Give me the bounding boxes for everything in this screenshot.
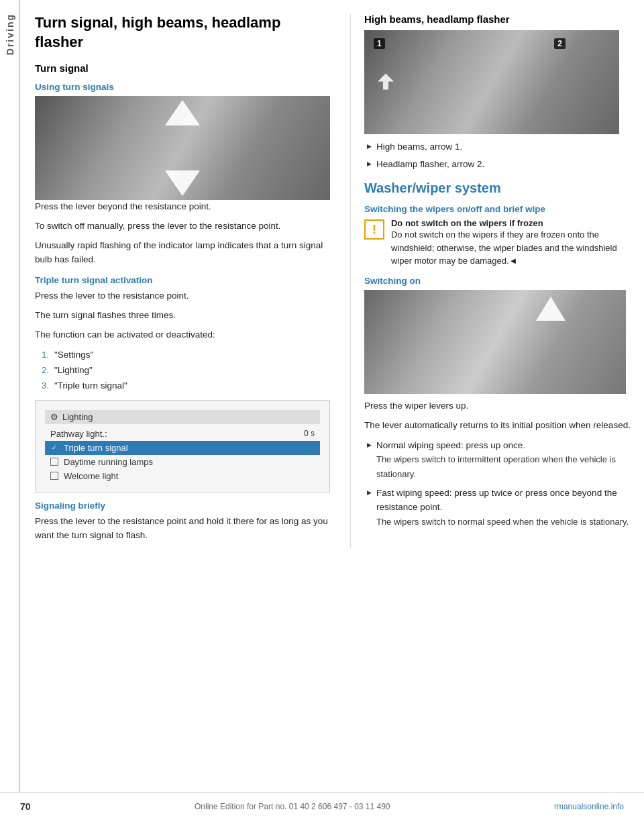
turn-signal-section: Turn signal Using turn signals Press the… bbox=[35, 62, 330, 543]
warning-bold-text: Do not switch on the wipers if frozen bbox=[391, 218, 631, 228]
left-arrow-icon bbox=[376, 72, 395, 93]
wiper-bullet-1: Normal wiping speed: press up once. The … bbox=[367, 438, 631, 482]
triple-para1: Press the lever to the resistance point. bbox=[35, 289, 330, 303]
list-text-1: "Settings" bbox=[54, 350, 93, 360]
hb-bullet-1-text: High beams, arrow 1. bbox=[376, 142, 462, 152]
lighting-title: Lighting bbox=[62, 412, 93, 422]
using-turn-signals-subsection: Using turn signals Press the lever beyon… bbox=[35, 82, 330, 267]
high-beams-bullets: High beams, arrow 1. Headlamp flasher, a… bbox=[364, 140, 631, 171]
high-beams-section: High beams, headlamp flasher 1 2 High be… bbox=[364, 13, 631, 171]
using-turn-signals-header: Using turn signals bbox=[35, 82, 330, 92]
wiper-arrow-up-icon bbox=[536, 297, 566, 321]
list-text-2: "Lighting" bbox=[54, 365, 93, 375]
warning-icon: ! bbox=[364, 219, 384, 240]
list-item-1: 1. "Settings" bbox=[42, 348, 330, 363]
switching-wipers-header: Switching the wipers on/off and brief wi… bbox=[364, 204, 631, 214]
wiper-image bbox=[364, 290, 626, 394]
footer-site: rmanualsonline.info bbox=[554, 802, 624, 811]
turn-para3: Unusually rapid flashing of the indicato… bbox=[35, 239, 330, 267]
sidebar-divider bbox=[19, 0, 20, 792]
triple-turn-signal-subsection: Triple turn signal activation Press the … bbox=[35, 275, 330, 493]
high-beams-image: 1 2 bbox=[364, 30, 619, 134]
footer-page-number: 70 bbox=[20, 801, 31, 812]
wiper-bullet-2: Fast wiping speed: press up twice or pre… bbox=[367, 486, 631, 529]
pathway-value: 0 s bbox=[304, 429, 315, 438]
list-text-3: "Triple turn signal" bbox=[54, 380, 127, 391]
img-label-2: 2 bbox=[554, 38, 566, 49]
hb-bullet-2-text: Headlamp flasher, arrow 2. bbox=[376, 159, 484, 169]
warning-box: ! Do not switch on the wipers if frozen … bbox=[364, 218, 631, 268]
right-column: High beams, headlamp flasher 1 2 High be… bbox=[358, 13, 631, 548]
arrow-down-icon bbox=[165, 170, 200, 196]
lighting-title-bar: ⚙ Lighting bbox=[45, 410, 320, 424]
hb-bullet-2: Headlamp flasher, arrow 2. bbox=[367, 157, 631, 172]
img-label-1: 1 bbox=[374, 38, 385, 49]
signaling-briefly-para1: Press the lever to the resistance point … bbox=[35, 515, 330, 543]
warning-detail-text: Do not switch on the wipers if they are … bbox=[391, 228, 631, 268]
list-item-2: 2. "Lighting" bbox=[42, 363, 330, 378]
column-divider bbox=[350, 13, 351, 548]
list-num-3: 3. bbox=[42, 380, 49, 391]
switching-wipers-subsection: Switching the wipers on/off and brief wi… bbox=[364, 204, 631, 268]
checkbox-welcome bbox=[50, 472, 58, 480]
checkbox-daytime bbox=[50, 458, 58, 466]
pathway-label: Pathway light.: bbox=[50, 429, 107, 439]
menu-item-triple: ✓ Triple turn signal bbox=[45, 441, 320, 455]
turn-para2: To switch off manually, press the lever … bbox=[35, 219, 330, 234]
hb-bullet-1: High beams, arrow 1. bbox=[367, 140, 631, 154]
pathway-row: Pathway light.: 0 s bbox=[45, 427, 320, 441]
left-column: Turn signal, high beams, headlamp flashe… bbox=[35, 13, 343, 548]
turn-para1: Press the lever beyond the resistance po… bbox=[35, 200, 330, 214]
wiper-bullet-1-sub: The wipers switch to intermittent operat… bbox=[376, 454, 616, 479]
turn-signal-header: Turn signal bbox=[35, 62, 330, 74]
wiper-bullet-1-main: Normal wiping speed: press up once. bbox=[376, 440, 525, 450]
triple-para3: The function can be activated or deactiv… bbox=[35, 328, 330, 342]
wiper-bullet-2-sub: The wipers switch to normal speed when t… bbox=[376, 517, 629, 527]
high-beams-header: High beams, headlamp flasher bbox=[364, 13, 631, 25]
menu-item-triple-label: Triple turn signal bbox=[64, 443, 128, 453]
turn-signal-image bbox=[35, 96, 330, 200]
list-num-2: 2. bbox=[42, 365, 49, 375]
signaling-briefly-subsection: Signaling briefly Press the lever to the… bbox=[35, 501, 330, 543]
warning-content: Do not switch on the wipers if frozen Do… bbox=[391, 218, 631, 268]
footer-edition-text: Online Edition for Part no. 01 40 2 606 … bbox=[195, 802, 390, 811]
page-title: Turn signal, high beams, headlamp flashe… bbox=[35, 13, 330, 52]
menu-item-daytime-label: Daytime running lamps bbox=[64, 457, 153, 467]
checkbox-triple: ✓ bbox=[50, 444, 58, 452]
lighting-menu: ⚙ Lighting Pathway light.: 0 s ✓ Triple … bbox=[45, 410, 320, 483]
washer-wiper-title: Washer/wiper system bbox=[364, 181, 631, 196]
svg-marker-0 bbox=[378, 73, 394, 89]
switching-on-para1: Press the wiper levers up. bbox=[364, 399, 631, 413]
switching-on-subsection: Switching on Press the wiper levers up. … bbox=[364, 276, 631, 529]
menu-item-welcome-label: Welcome light bbox=[64, 471, 118, 481]
wiper-bullets: Normal wiping speed: press up once. The … bbox=[364, 438, 631, 529]
main-content: Turn signal, high beams, headlamp flashe… bbox=[21, 0, 644, 548]
sidebar-label: Driving bbox=[5, 13, 15, 55]
switching-on-para2: The lever automatically returns to its i… bbox=[364, 419, 631, 433]
signaling-briefly-header: Signaling briefly bbox=[35, 501, 330, 511]
switching-on-header: Switching on bbox=[364, 276, 631, 286]
arrow-up-icon bbox=[165, 100, 200, 125]
footer: 70 Online Edition for Part no. 01 40 2 6… bbox=[0, 792, 644, 820]
wiper-bullet-2-main: Fast wiping speed: press up twice or pre… bbox=[376, 488, 617, 513]
list-num-1: 1. bbox=[42, 350, 49, 360]
lighting-gear-icon: ⚙ bbox=[50, 412, 58, 422]
triple-para2: The turn signal flashes three times. bbox=[35, 309, 330, 323]
lighting-menu-image: ⚙ Lighting Pathway light.: 0 s ✓ Triple … bbox=[35, 400, 330, 493]
menu-item-welcome: Welcome light bbox=[45, 469, 320, 483]
triple-turn-signal-header: Triple turn signal activation bbox=[35, 275, 330, 285]
menu-item-daytime: Daytime running lamps bbox=[45, 455, 320, 469]
sidebar: Driving bbox=[0, 0, 20, 792]
list-item-3: 3. "Triple turn signal" bbox=[42, 378, 330, 394]
triple-numbered-list: 1. "Settings" 2. "Lighting" 3. "Triple t… bbox=[35, 348, 330, 394]
washer-wiper-section: Washer/wiper system Switching the wipers… bbox=[364, 181, 631, 529]
